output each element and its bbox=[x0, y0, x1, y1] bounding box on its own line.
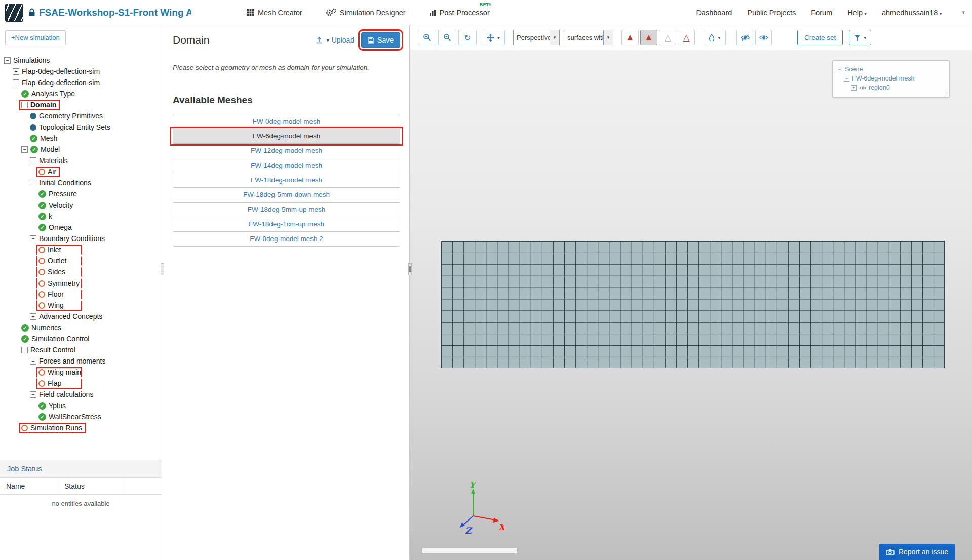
show-entities-icon[interactable] bbox=[755, 30, 772, 45]
colorize-button[interactable]: ▾ bbox=[704, 30, 726, 45]
tree-item[interactable]: Symmetry bbox=[0, 277, 162, 289]
save-button[interactable]: Save bbox=[361, 32, 400, 48]
tree-expander-icon[interactable]: − bbox=[21, 347, 28, 353]
tree-expand-icon[interactable]: + bbox=[851, 85, 857, 91]
tree-item[interactable]: − Simulations bbox=[0, 55, 162, 66]
tree-item[interactable]: − Flap-6deg-deflection-sim bbox=[0, 77, 162, 88]
report-issue-button[interactable]: Report an issue bbox=[879, 544, 955, 560]
new-simulation-button[interactable]: +New simulation bbox=[5, 30, 66, 45]
viewport-scrollbar[interactable] bbox=[421, 547, 518, 554]
tab-mesh-creator[interactable]: Mesh Creator bbox=[247, 9, 302, 17]
tree-item[interactable]: Simulation Runs bbox=[0, 422, 162, 433]
tree-item[interactable]: Topological Entity Sets bbox=[0, 122, 162, 133]
tree-item[interactable]: Flap bbox=[0, 378, 162, 389]
nav-link-forum[interactable]: Forum bbox=[811, 9, 832, 17]
tree-item[interactable]: ✓ Yplus bbox=[0, 400, 162, 411]
tree-item-label: k bbox=[49, 212, 52, 220]
mesh-list-item[interactable]: FW-0deg-model mesh bbox=[173, 114, 400, 129]
tree-item[interactable]: ✓ Analysis Type bbox=[0, 88, 162, 99]
tree-item[interactable]: ✓ k bbox=[0, 211, 162, 222]
tree-item-box: − Result Control bbox=[19, 345, 79, 355]
tree-item[interactable]: − Result Control bbox=[0, 344, 162, 355]
tree-item[interactable]: ✓ WallShearStress bbox=[0, 411, 162, 422]
project-title[interactable]: FSAE-Workshop-S1-Front Wing A... bbox=[39, 7, 191, 18]
mesh-domain-block[interactable] bbox=[441, 241, 945, 368]
mesh-list-item[interactable]: FW-18deg-model mesh bbox=[173, 173, 400, 188]
visibility-eye-icon[interactable] bbox=[859, 86, 866, 90]
tree-item[interactable]: − Boundary Conditions bbox=[0, 233, 162, 244]
tree-expander-icon[interactable]: − bbox=[30, 358, 36, 365]
hide-entities-icon[interactable] bbox=[736, 30, 753, 45]
tree-item[interactable]: − Field calculations bbox=[0, 389, 162, 400]
tree-item[interactable]: Wing main bbox=[0, 367, 162, 378]
mesh-list-item[interactable]: FW-14deg-model mesh bbox=[173, 158, 400, 173]
tree-collapse-icon[interactable]: − bbox=[837, 67, 842, 72]
domain-panel-resize-handle[interactable] bbox=[408, 263, 412, 275]
help-menu[interactable]: Help▾ bbox=[847, 9, 867, 17]
tree-expander-icon[interactable]: − bbox=[30, 157, 36, 164]
tree-item[interactable]: − Initial Conditions bbox=[0, 177, 162, 188]
tree-item[interactable]: Wing bbox=[0, 300, 162, 311]
tree-item[interactable]: − Materials bbox=[0, 155, 162, 166]
tab-simulation-designer[interactable]: Simulation Designer bbox=[326, 8, 406, 17]
more-menu-caret-icon[interactable]: ▾ bbox=[962, 9, 965, 16]
tree-item[interactable]: + Flap-0deg-deflection-sim bbox=[0, 66, 162, 77]
tree-expander-icon[interactable]: − bbox=[13, 79, 19, 86]
tree-item[interactable]: ✓ Omega bbox=[0, 222, 162, 233]
tree-expander-icon[interactable]: − bbox=[30, 180, 36, 186]
mesh-list-item[interactable]: FW-18deg-5mm-down mesh bbox=[173, 187, 400, 203]
tree-expander-icon[interactable]: − bbox=[4, 57, 11, 64]
mesh-list-item[interactable]: FW-0deg-model mesh 2 bbox=[173, 231, 400, 247]
tree-expander-icon[interactable]: + bbox=[30, 313, 36, 320]
mesh-list-item[interactable]: FW-18deg-5mm-up mesh bbox=[173, 202, 400, 217]
resize-corner-icon[interactable] bbox=[943, 91, 948, 96]
mesh-list-item[interactable]: FW-6deg-model mesh bbox=[173, 129, 400, 144]
tree-item[interactable]: Sides bbox=[0, 266, 162, 277]
tree-collapse-icon[interactable]: − bbox=[844, 76, 849, 82]
solid-surface-icon[interactable]: ▲ bbox=[621, 30, 639, 45]
tree-item[interactable]: + Advanced Concepts bbox=[0, 311, 162, 322]
tree-item[interactable]: − Forces and moments bbox=[0, 355, 162, 367]
tree-item[interactable]: ✓ Numerics bbox=[0, 322, 162, 333]
tree-item[interactable]: Outlet bbox=[0, 255, 162, 266]
tree-expander-icon[interactable]: − bbox=[30, 235, 36, 242]
tree-item[interactable]: ✓ Pressure bbox=[0, 188, 162, 199]
nav-link-public-projects[interactable]: Public Projects bbox=[747, 9, 796, 17]
tree-expander-icon[interactable]: − bbox=[21, 102, 28, 108]
tree-item[interactable]: Floor bbox=[0, 289, 162, 300]
render-mode-select[interactable]: surfaces with w ▾ bbox=[564, 30, 613, 45]
tree-item[interactable]: Geometry Primitives bbox=[0, 110, 162, 122]
tab-post-processor[interactable]: BETA Post-Processor bbox=[429, 9, 490, 17]
nav-link-dashboard[interactable]: Dashboard bbox=[696, 9, 732, 17]
user-menu[interactable]: ahmedhussain18▾ bbox=[882, 9, 942, 17]
mesh-list-item[interactable]: FW-12deg-model mesh bbox=[173, 143, 400, 158]
tree-item[interactable]: Air bbox=[0, 166, 162, 177]
wireframe-icon[interactable]: △ bbox=[678, 30, 695, 45]
zoom-in-icon[interactable] bbox=[418, 30, 436, 45]
pan-tool-button[interactable]: ▾ bbox=[482, 30, 505, 45]
sidebar-resize-handle[interactable] bbox=[161, 263, 164, 275]
tree-expander-icon[interactable]: − bbox=[21, 146, 28, 153]
viewport-canvas[interactable]: − Scene − FW-6deg-model mesh + region0 bbox=[410, 50, 972, 560]
tree-item[interactable]: ✓ Simulation Control bbox=[0, 333, 162, 344]
upload-button[interactable]: ▾ Upload bbox=[316, 36, 354, 44]
tree-item[interactable]: − Domain bbox=[0, 99, 162, 110]
scene-root-item[interactable]: − Scene bbox=[837, 65, 945, 74]
tree-expander-icon[interactable]: − bbox=[30, 391, 36, 398]
scene-mesh-item[interactable]: − FW-6deg-model mesh bbox=[844, 74, 945, 83]
zoom-extents-icon[interactable] bbox=[438, 30, 456, 45]
app-logo[interactable] bbox=[5, 4, 23, 22]
scene-region-item[interactable]: + region0 bbox=[851, 83, 945, 92]
surface-with-mesh-icon[interactable]: ▲ bbox=[640, 30, 657, 45]
projection-select[interactable]: Perspective ▾ bbox=[513, 30, 560, 45]
filter-button[interactable]: ▾ bbox=[849, 30, 871, 45]
translucent-surface-icon[interactable]: △ bbox=[659, 30, 676, 45]
tree-item[interactable]: ✓ Mesh bbox=[0, 133, 162, 144]
tree-item[interactable]: Inlet bbox=[0, 244, 162, 255]
tree-expander-icon[interactable]: + bbox=[13, 68, 19, 75]
tree-item[interactable]: ✓ Velocity bbox=[0, 199, 162, 211]
mesh-list-item[interactable]: FW-18deg-1cm-up mesh bbox=[173, 217, 400, 232]
refresh-icon[interactable]: ↻ bbox=[458, 30, 477, 45]
tree-item[interactable]: − ✓ Model bbox=[0, 144, 162, 155]
create-set-button[interactable]: Create set bbox=[797, 30, 843, 45]
